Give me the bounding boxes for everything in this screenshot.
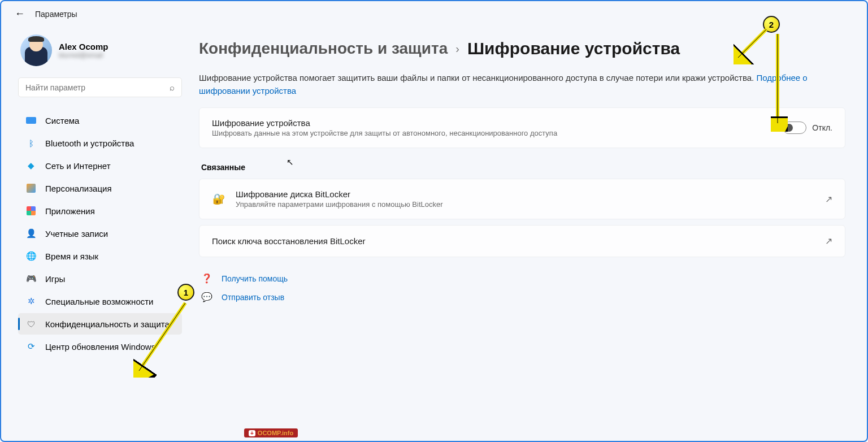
gamepad-icon: 🎮	[26, 274, 36, 284]
page-description: Шифрование устройства помогает защитить …	[199, 72, 845, 97]
person-icon: 👤	[26, 228, 36, 239]
watermark: +OCOMP.info	[244, 428, 298, 437]
user-email: blurred@email	[59, 51, 108, 59]
wifi-icon: ◆	[26, 161, 36, 171]
avatar	[20, 34, 52, 66]
sidebar-item-bluetooth[interactable]: ᛒBluetooth и устройства	[18, 132, 182, 154]
brush-icon	[26, 183, 36, 193]
monitor-icon	[26, 115, 36, 125]
search-icon: ⌕	[170, 83, 175, 92]
card-subtitle: Шифровать данные на этом устройстве для …	[212, 129, 772, 137]
sidebar-item-time[interactable]: 🌐Время и язык	[18, 245, 182, 267]
user-name: Alex Ocomp	[59, 42, 108, 51]
description-text: Шифрование устройства помогает защитить …	[199, 73, 756, 83]
feedback-link[interactable]: Отправить отзыв	[222, 293, 284, 302]
accessibility-icon: ✲	[26, 296, 36, 306]
sidebar-item-accessibility[interactable]: ✲Специальные возможности	[18, 291, 182, 312]
sidebar-item-label: Конфиденциальность и защита	[45, 319, 170, 329]
sidebar-item-label: Центр обновления Windows	[45, 342, 155, 352]
card-title: Шифрование диска BitLocker	[236, 189, 815, 199]
card-title: Шифрование устройства	[212, 118, 772, 128]
feedback-icon: 💬	[201, 292, 212, 302]
sidebar-item-label: Учетные записи	[45, 229, 108, 239]
search-input[interactable]	[25, 83, 170, 92]
sidebar-item-label: Система	[45, 116, 79, 125]
breadcrumb-parent[interactable]: Конфиденциальность и защита	[199, 40, 448, 58]
encryption-toggle[interactable]	[783, 122, 806, 134]
sidebar-item-label: Приложения	[45, 206, 95, 216]
page-title: Шифрование устройства	[467, 39, 680, 58]
back-button[interactable]: ←	[15, 8, 25, 20]
search-box[interactable]: ⌕	[18, 77, 182, 97]
sidebar-item-label: Время и язык	[45, 252, 98, 261]
breadcrumb: Конфиденциальность и защита › Шифрование…	[199, 39, 845, 58]
bitlocker-card[interactable]: 🔐 Шифрование диска BitLocker Управляйте …	[199, 179, 845, 219]
get-help-link[interactable]: Получить помощь	[222, 274, 288, 283]
sidebar-item-gaming[interactable]: 🎮Игры	[18, 268, 182, 289]
sidebar-item-label: Специальные возможности	[45, 297, 154, 306]
apps-icon	[26, 206, 36, 216]
sidebar-item-label: Игры	[45, 274, 65, 284]
sidebar-item-update[interactable]: ⟳Центр обновления Windows	[18, 336, 182, 357]
sidebar-item-system[interactable]: Система	[18, 110, 182, 131]
sidebar-item-apps[interactable]: Приложения	[18, 200, 182, 222]
lock-icon: 🔐	[212, 193, 225, 205]
sidebar-item-label: Bluetooth и устройства	[45, 138, 134, 148]
card-title: Поиск ключа восстановления BitLocker	[212, 236, 815, 246]
update-icon: ⟳	[26, 341, 36, 352]
external-link-icon: ↗	[825, 194, 832, 205]
sidebar-item-label: Сеть и Интернет	[45, 161, 111, 171]
window-title: Параметры	[35, 10, 77, 19]
related-heading: Связанные	[201, 163, 845, 172]
sidebar-item-network[interactable]: ◆Сеть и Интернет	[18, 155, 182, 176]
bluetooth-icon: ᛒ	[26, 138, 36, 148]
recovery-key-card[interactable]: Поиск ключа восстановления BitLocker ↗	[199, 225, 845, 257]
main-content: Конфиденциальность и защита › Шифрование…	[193, 27, 867, 438]
globe-icon: 🌐	[26, 251, 36, 261]
chevron-right-icon: ›	[455, 42, 459, 55]
toggle-label: Откл.	[812, 123, 832, 132]
sidebar-item-privacy[interactable]: 🛡Конфиденциальность и защита	[18, 313, 182, 335]
sidebar-item-accounts[interactable]: 👤Учетные записи	[18, 223, 182, 244]
user-block[interactable]: Alex Ocomp blurred@email	[18, 34, 182, 66]
sidebar-item-label: Персонализация	[45, 184, 112, 193]
encryption-toggle-card: Шифрование устройства Шифровать данные н…	[199, 107, 845, 148]
help-icon: ❓	[201, 273, 212, 284]
sidebar-item-personalization[interactable]: Персонализация	[18, 177, 182, 199]
card-subtitle: Управляйте параметрами шифрования с помо…	[236, 200, 815, 209]
shield-icon: 🛡	[26, 319, 36, 329]
sidebar: Alex Ocomp blurred@email ⌕ Система ᛒBlue…	[1, 27, 193, 438]
external-link-icon: ↗	[825, 236, 832, 246]
